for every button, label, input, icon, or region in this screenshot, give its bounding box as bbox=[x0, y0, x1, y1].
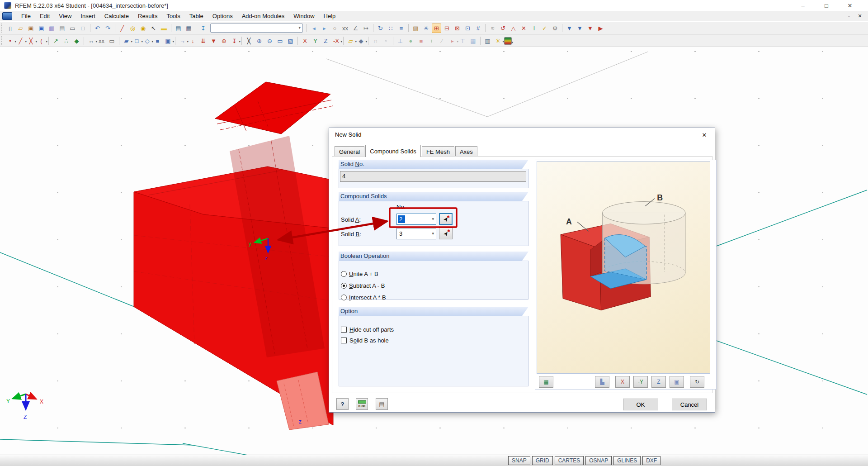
measure-dim-icon[interactable]: ↦ bbox=[361, 24, 371, 33]
separator[interactable] bbox=[82, 36, 85, 46]
check-hide-cut-off-parts[interactable]: Hide cut off parts bbox=[341, 326, 394, 333]
preview-view-plane-button[interactable]: ▙ bbox=[595, 376, 609, 388]
view-y-icon[interactable]: Y bbox=[311, 36, 320, 46]
dimension-frame-icon[interactable]: ▭ bbox=[107, 36, 117, 46]
load-generate-icon[interactable]: ↧ bbox=[230, 36, 239, 46]
new-line-x-icon[interactable]: ╳ bbox=[26, 36, 36, 46]
radio-icon[interactable] bbox=[341, 295, 347, 300]
grid-points-icon[interactable]: ∷ bbox=[386, 24, 396, 33]
tab-general[interactable]: General bbox=[335, 146, 364, 157]
object-info-icon[interactable]: i bbox=[529, 24, 539, 33]
toolbar-search-combobox[interactable] bbox=[210, 24, 303, 33]
zoom-in-icon[interactable]: ⊕ bbox=[255, 36, 264, 46]
zoom-out-icon[interactable]: ⊖ bbox=[265, 36, 274, 46]
dialog-units-button[interactable]: 0.00 bbox=[356, 398, 368, 410]
result-surface-icon[interactable]: ● bbox=[406, 36, 415, 46]
redo-icon[interactable]: ↷ bbox=[103, 24, 113, 33]
zoom-region-icon[interactable]: ◎ bbox=[128, 24, 137, 33]
separator[interactable] bbox=[240, 36, 243, 46]
user-solid-icon[interactable]: ◆ bbox=[356, 36, 366, 46]
menu-calculate[interactable]: Calculate bbox=[100, 11, 133, 21]
mesh-refine-icon[interactable]: ✳ bbox=[421, 24, 431, 33]
tab-compound-solids[interactable]: Compound Solids bbox=[365, 145, 421, 157]
menu-results[interactable]: Results bbox=[133, 11, 162, 21]
abacus-icon[interactable]: ≡ bbox=[396, 24, 406, 33]
radio-subtract[interactable]: Subtract A - B bbox=[341, 282, 385, 289]
check-model-icon[interactable]: ✓ bbox=[540, 24, 549, 33]
checkbox-icon[interactable] bbox=[341, 327, 347, 333]
import-model-icon[interactable]: ▣ bbox=[26, 24, 36, 33]
spreadsheet-icon[interactable]: ▦ bbox=[184, 24, 193, 33]
copy-solid-icon[interactable]: ⊟ bbox=[442, 24, 452, 33]
small-toggle-icon[interactable]: ▫ bbox=[381, 36, 391, 46]
print-icon[interactable]: ▭ bbox=[68, 24, 77, 33]
separator[interactable] bbox=[342, 36, 345, 46]
separator[interactable] bbox=[484, 24, 487, 33]
wireframe-model-icon[interactable]: ∩ bbox=[371, 36, 380, 46]
new-surface-icon[interactable]: ▰ bbox=[122, 36, 131, 46]
result-limits-icon[interactable]: ▸ bbox=[448, 36, 457, 46]
dialog-help-button[interactable]: ? bbox=[336, 398, 349, 410]
solid-number-combobox[interactable]: 3 ▾ bbox=[396, 228, 436, 239]
menu-window[interactable]: Window bbox=[289, 11, 319, 21]
dialog-pick-apply-button[interactable]: ▤ bbox=[376, 398, 388, 410]
join-lines-icon[interactable]: ≈ bbox=[488, 24, 497, 33]
view-z-icon[interactable]: Z bbox=[321, 36, 330, 46]
statusbar-glines[interactable]: GLINES bbox=[613, 456, 641, 465]
save-icon[interactable]: ▥ bbox=[47, 24, 57, 33]
mdi-minimize-button[interactable]: – bbox=[833, 11, 844, 21]
new-file-icon[interactable]: ▯ bbox=[5, 24, 15, 33]
menu-table[interactable]: Table bbox=[185, 11, 208, 21]
result-smooth-icon[interactable]: ∕ bbox=[437, 36, 447, 46]
insert-load-window-icon[interactable]: ▼ bbox=[585, 24, 595, 33]
zoom-window-icon[interactable]: ▭ bbox=[275, 36, 285, 46]
window-minimize-button[interactable]: – bbox=[791, 0, 815, 11]
menu-tools[interactable]: Tools bbox=[162, 11, 184, 21]
separator[interactable] bbox=[392, 36, 395, 46]
preview-view-isometric-button[interactable]: ▣ bbox=[670, 376, 684, 388]
load-node-icon[interactable]: ↓ bbox=[188, 36, 198, 46]
new-dimension-icon[interactable]: ↔ bbox=[86, 36, 96, 46]
preview-zoom-rotate-button[interactable]: ↻ bbox=[690, 376, 704, 388]
load-solid-icon[interactable]: ⊕ bbox=[219, 36, 229, 46]
tab-axes[interactable]: Axes bbox=[455, 146, 477, 157]
print-preview-icon[interactable]: □ bbox=[78, 24, 88, 33]
result-section-icon[interactable]: ⊤ bbox=[458, 36, 467, 46]
delete-entity-icon[interactable]: ✕ bbox=[519, 24, 528, 33]
separator[interactable] bbox=[296, 36, 299, 46]
menu-edit[interactable]: Edit bbox=[35, 11, 54, 21]
separator[interactable] bbox=[407, 24, 410, 33]
radio-icon[interactable] bbox=[341, 283, 347, 289]
select-pointer-icon[interactable]: ↖ bbox=[149, 24, 158, 33]
new-fold-icon[interactable]: ◇ bbox=[142, 36, 152, 46]
nav-back-icon[interactable]: ◂ bbox=[309, 24, 319, 33]
export-model-icon[interactable]: ▣ bbox=[37, 24, 46, 33]
result-solid-icon[interactable]: ■ bbox=[416, 36, 426, 46]
clipboard-icon[interactable]: ▤ bbox=[57, 24, 67, 33]
move-node-icon[interactable]: → bbox=[178, 36, 187, 46]
preview-view-z-button[interactable]: Z bbox=[651, 376, 666, 388]
new-arc-icon[interactable]: ( bbox=[37, 36, 46, 46]
mirror-solid-icon[interactable]: ⊠ bbox=[453, 24, 462, 33]
statusbar-osnap[interactable]: OSNAP bbox=[585, 456, 612, 465]
radio-unite[interactable]: Unite A + B bbox=[341, 270, 378, 277]
mesh-hand-icon[interactable]: ▨ bbox=[411, 24, 420, 33]
separator[interactable] bbox=[479, 36, 482, 46]
dimension-xx-icon[interactable]: xx bbox=[97, 36, 106, 46]
menu-file[interactable]: File bbox=[17, 11, 35, 21]
mdi-restore-button[interactable]: ▫ bbox=[844, 11, 854, 21]
checkbox-icon[interactable] bbox=[341, 338, 347, 343]
result-values-icon[interactable]: + bbox=[427, 36, 436, 46]
dialog-close-icon[interactable]: ✕ bbox=[698, 130, 710, 139]
separator[interactable] bbox=[372, 24, 375, 33]
radio-intersect[interactable]: Intersect A * B bbox=[341, 294, 386, 301]
menu-addon-modules[interactable]: Add-on Modules bbox=[237, 11, 289, 21]
statusbar-dxf[interactable]: DXF bbox=[642, 456, 660, 465]
new-surface-green-icon[interactable]: ◆ bbox=[72, 36, 81, 46]
new-node-icon[interactable]: • bbox=[5, 36, 15, 46]
menu-insert[interactable]: Insert bbox=[76, 11, 100, 21]
guide-line[interactable] bbox=[183, 443, 248, 455]
rotate-view-icon[interactable]: ↻ bbox=[376, 24, 385, 33]
mirror-entity-icon[interactable]: △ bbox=[509, 24, 518, 33]
separator[interactable] bbox=[194, 24, 198, 33]
